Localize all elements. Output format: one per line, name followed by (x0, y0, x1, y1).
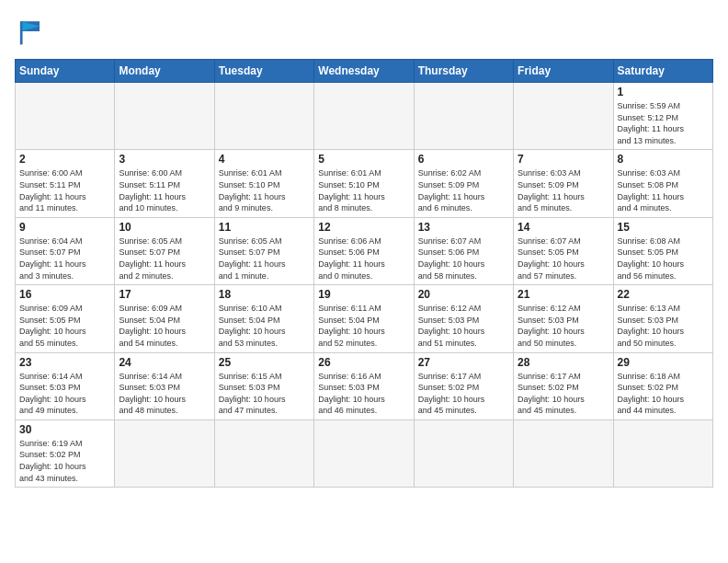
day-cell-20: 20Sunrise: 6:12 AM Sunset: 5:03 PM Dayli… (414, 285, 513, 352)
day-cell-2: 2Sunrise: 6:00 AM Sunset: 5:11 PM Daylig… (16, 150, 115, 217)
day-number: 26 (318, 356, 409, 369)
day-cell-9: 9Sunrise: 6:04 AM Sunset: 5:07 PM Daylig… (16, 217, 115, 284)
day-cell-14: 14Sunrise: 6:07 AM Sunset: 5:05 PM Dayli… (514, 217, 613, 284)
weekday-header-tuesday: Tuesday (214, 60, 313, 83)
day-cell-13: 13Sunrise: 6:07 AM Sunset: 5:06 PM Dayli… (414, 217, 513, 284)
day-info: Sunrise: 6:19 AM Sunset: 5:02 PM Dayligh… (19, 438, 110, 484)
day-info: Sunrise: 6:13 AM Sunset: 5:03 PM Dayligh… (618, 303, 709, 349)
day-info: Sunrise: 6:02 AM Sunset: 5:09 PM Dayligh… (418, 167, 509, 213)
day-number: 23 (19, 356, 110, 369)
day-number: 18 (219, 288, 310, 301)
logo (15, 15, 53, 48)
day-cell-15: 15Sunrise: 6:08 AM Sunset: 5:05 PM Dayli… (613, 217, 712, 284)
day-info: Sunrise: 6:03 AM Sunset: 5:08 PM Dayligh… (618, 167, 709, 213)
empty-cell (314, 83, 414, 150)
day-number: 9 (19, 221, 110, 234)
day-cell-5: 5Sunrise: 6:01 AM Sunset: 5:10 PM Daylig… (314, 150, 414, 217)
day-cell-21: 21Sunrise: 6:12 AM Sunset: 5:03 PM Dayli… (514, 285, 613, 352)
day-info: Sunrise: 6:16 AM Sunset: 5:03 PM Dayligh… (318, 371, 409, 417)
day-number: 28 (518, 356, 609, 369)
day-cell-3: 3Sunrise: 6:00 AM Sunset: 5:11 PM Daylig… (115, 150, 214, 217)
day-cell-22: 22Sunrise: 6:13 AM Sunset: 5:03 PM Dayli… (613, 285, 712, 352)
empty-cell (414, 83, 513, 150)
day-number: 21 (518, 288, 609, 301)
day-number: 7 (518, 153, 609, 166)
day-info: Sunrise: 6:03 AM Sunset: 5:09 PM Dayligh… (518, 167, 609, 213)
day-cell-24: 24Sunrise: 6:14 AM Sunset: 5:03 PM Dayli… (115, 352, 214, 419)
day-number: 5 (318, 153, 409, 166)
day-number: 24 (119, 356, 210, 369)
day-info: Sunrise: 6:17 AM Sunset: 5:02 PM Dayligh… (518, 371, 609, 417)
day-info: Sunrise: 6:18 AM Sunset: 5:02 PM Dayligh… (618, 371, 709, 417)
empty-cell (514, 83, 613, 150)
weekday-header-sunday: Sunday (16, 60, 115, 83)
calendar-week-row: 30Sunrise: 6:19 AM Sunset: 5:02 PM Dayli… (16, 419, 713, 487)
day-info: Sunrise: 6:14 AM Sunset: 5:03 PM Dayligh… (119, 371, 210, 417)
day-info: Sunrise: 6:05 AM Sunset: 5:07 PM Dayligh… (119, 236, 210, 282)
day-number: 4 (219, 153, 310, 166)
day-info: Sunrise: 6:04 AM Sunset: 5:07 PM Dayligh… (19, 236, 110, 282)
day-cell-11: 11Sunrise: 6:05 AM Sunset: 5:07 PM Dayli… (214, 217, 313, 284)
day-cell-26: 26Sunrise: 6:16 AM Sunset: 5:03 PM Dayli… (314, 352, 414, 419)
day-number: 8 (618, 153, 709, 166)
day-number: 14 (518, 221, 609, 234)
day-cell-27: 27Sunrise: 6:17 AM Sunset: 5:02 PM Dayli… (414, 352, 513, 419)
day-number: 27 (418, 356, 509, 369)
empty-cell (115, 419, 214, 487)
day-number: 22 (618, 288, 709, 301)
day-info: Sunrise: 6:08 AM Sunset: 5:05 PM Dayligh… (618, 236, 709, 282)
day-cell-12: 12Sunrise: 6:06 AM Sunset: 5:06 PM Dayli… (314, 217, 414, 284)
day-number: 30 (19, 423, 110, 436)
empty-cell (514, 419, 613, 487)
day-cell-16: 16Sunrise: 6:09 AM Sunset: 5:05 PM Dayli… (16, 285, 115, 352)
day-number: 12 (318, 221, 409, 234)
weekday-header-friday: Friday (514, 60, 613, 83)
day-number: 25 (219, 356, 310, 369)
day-cell-25: 25Sunrise: 6:15 AM Sunset: 5:03 PM Dayli… (214, 352, 313, 419)
empty-cell (115, 83, 214, 150)
day-cell-23: 23Sunrise: 6:14 AM Sunset: 5:03 PM Dayli… (16, 352, 115, 419)
calendar-body: 1Sunrise: 5:59 AM Sunset: 5:12 PM Daylig… (16, 83, 713, 488)
calendar-week-row: 1Sunrise: 5:59 AM Sunset: 5:12 PM Daylig… (16, 83, 713, 150)
day-number: 16 (19, 288, 110, 301)
calendar-week-row: 9Sunrise: 6:04 AM Sunset: 5:07 PM Daylig… (16, 217, 713, 284)
day-number: 11 (219, 221, 310, 234)
day-cell-7: 7Sunrise: 6:03 AM Sunset: 5:09 PM Daylig… (514, 150, 613, 217)
calendar-week-row: 2Sunrise: 6:00 AM Sunset: 5:11 PM Daylig… (16, 150, 713, 217)
day-info: Sunrise: 6:00 AM Sunset: 5:11 PM Dayligh… (119, 167, 210, 213)
calendar-table: SundayMondayTuesdayWednesdayThursdayFrid… (15, 59, 713, 488)
day-info: Sunrise: 6:11 AM Sunset: 5:04 PM Dayligh… (318, 303, 409, 349)
empty-cell (214, 83, 313, 150)
day-number: 6 (418, 153, 509, 166)
weekday-header-wednesday: Wednesday (314, 60, 414, 83)
day-number: 15 (618, 221, 709, 234)
day-number: 19 (318, 288, 409, 301)
day-cell-17: 17Sunrise: 6:09 AM Sunset: 5:04 PM Dayli… (115, 285, 214, 352)
calendar-week-row: 16Sunrise: 6:09 AM Sunset: 5:05 PM Dayli… (16, 285, 713, 352)
day-number: 29 (618, 356, 709, 369)
day-info: Sunrise: 6:01 AM Sunset: 5:10 PM Dayligh… (219, 167, 310, 213)
day-cell-30: 30Sunrise: 6:19 AM Sunset: 5:02 PM Dayli… (16, 419, 115, 487)
day-info: Sunrise: 6:09 AM Sunset: 5:05 PM Dayligh… (19, 303, 110, 349)
weekday-header-saturday: Saturday (613, 60, 712, 83)
weekday-header-row: SundayMondayTuesdayWednesdayThursdayFrid… (16, 60, 713, 83)
weekday-header-thursday: Thursday (414, 60, 513, 83)
day-cell-19: 19Sunrise: 6:11 AM Sunset: 5:04 PM Dayli… (314, 285, 414, 352)
day-number: 13 (418, 221, 509, 234)
day-number: 20 (418, 288, 509, 301)
day-cell-1: 1Sunrise: 5:59 AM Sunset: 5:12 PM Daylig… (613, 83, 712, 150)
day-info: Sunrise: 6:06 AM Sunset: 5:06 PM Dayligh… (318, 236, 409, 282)
calendar-week-row: 23Sunrise: 6:14 AM Sunset: 5:03 PM Dayli… (16, 352, 713, 419)
empty-cell (613, 419, 712, 487)
day-info: Sunrise: 6:01 AM Sunset: 5:10 PM Dayligh… (318, 167, 409, 213)
day-info: Sunrise: 6:07 AM Sunset: 5:06 PM Dayligh… (418, 236, 509, 282)
day-cell-10: 10Sunrise: 6:05 AM Sunset: 5:07 PM Dayli… (115, 217, 214, 284)
day-info: Sunrise: 6:09 AM Sunset: 5:04 PM Dayligh… (119, 303, 210, 349)
weekday-header-monday: Monday (115, 60, 214, 83)
day-number: 1 (618, 86, 709, 98)
day-info: Sunrise: 6:12 AM Sunset: 5:03 PM Dayligh… (518, 303, 609, 349)
day-info: Sunrise: 6:07 AM Sunset: 5:05 PM Dayligh… (518, 236, 609, 282)
day-cell-6: 6Sunrise: 6:02 AM Sunset: 5:09 PM Daylig… (414, 150, 513, 217)
day-number: 3 (119, 153, 210, 166)
day-cell-18: 18Sunrise: 6:10 AM Sunset: 5:04 PM Dayli… (214, 285, 313, 352)
